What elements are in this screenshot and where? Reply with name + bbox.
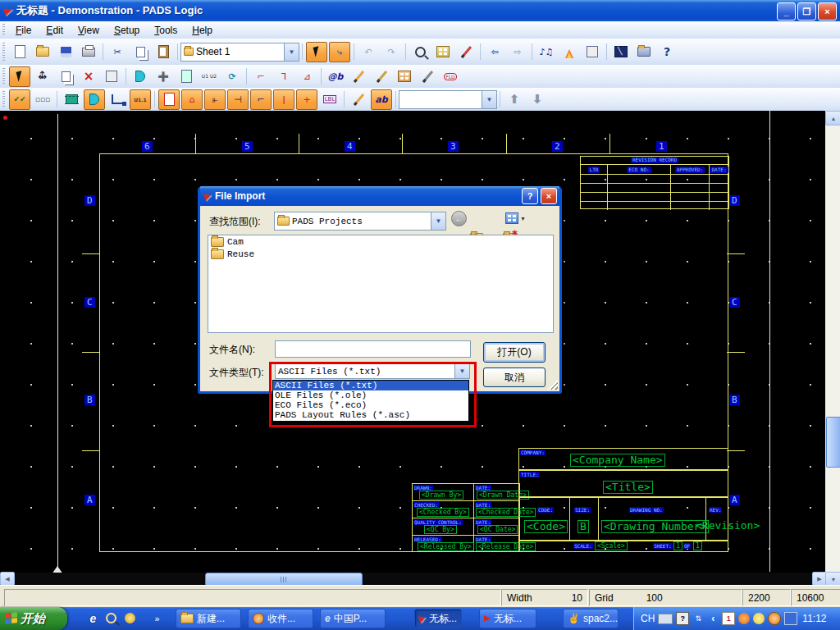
add-junction-button[interactable]: +: [296, 89, 317, 110]
file-list[interactable]: Cam Reuse: [208, 235, 554, 333]
paste-button[interactable]: [153, 42, 174, 62]
netlist-button[interactable]: ♪♫: [536, 42, 557, 62]
taskbar-button-browser[interactable]: e 中国P...: [320, 609, 386, 628]
duplicate-button[interactable]: [55, 66, 76, 87]
collapse-tray-chevron[interactable]: ‹: [707, 613, 719, 624]
dialog-close-button[interactable]: ×: [541, 188, 557, 204]
previous-sheet-button[interactable]: ⇦: [484, 42, 505, 62]
ime-toolbar-icon[interactable]: ⇅: [692, 613, 704, 624]
route-mode-button[interactable]: ⤷: [329, 42, 350, 62]
rename-net-button[interactable]: [371, 66, 392, 87]
menu-setup[interactable]: Setup: [107, 23, 147, 38]
start-button[interactable]: 开始: [0, 607, 67, 630]
selection-filter-button[interactable]: [306, 42, 327, 62]
ime-help-icon[interactable]: ?: [676, 612, 689, 625]
back-button[interactable]: ←: [451, 211, 467, 226]
add-offpage-button[interactable]: ⌂: [181, 89, 203, 110]
add-part-ic-button[interactable]: [61, 89, 82, 110]
properties-button-2[interactable]: [101, 66, 122, 87]
add-text-button[interactable]: ab: [371, 89, 392, 110]
dropdown-option-pads-layout-rules[interactable]: PADS Layout Rules (*.asc): [273, 410, 468, 420]
scroll-left-button[interactable]: ◀: [0, 572, 15, 586]
file-type-combobox[interactable]: ASCII Files (*.txt): [275, 363, 470, 379]
add-wire-button[interactable]: [107, 89, 128, 110]
horizontal-scrollbar-track[interactable]: [0, 573, 825, 585]
smiley-tray-icon[interactable]: [753, 613, 765, 624]
edit-text-button[interactable]: [348, 89, 369, 110]
menu-tools[interactable]: Tools: [147, 23, 185, 38]
orange-ball-tray-icon[interactable]: [738, 613, 750, 624]
chevron-down-icon[interactable]: [454, 364, 469, 378]
delete-button[interactable]: ×: [78, 66, 99, 87]
move-connection-button[interactable]: ⊿: [296, 66, 317, 87]
dialog-help-button[interactable]: ?: [522, 188, 538, 204]
scroll-up-button[interactable]: ▲: [825, 111, 840, 126]
chevron-down-icon[interactable]: [482, 91, 496, 108]
add-label-button[interactable]: LBL: [319, 89, 340, 110]
library-button[interactable]: [633, 42, 655, 62]
menu-edit[interactable]: Edit: [39, 23, 71, 38]
chevron-down-icon[interactable]: [284, 43, 299, 61]
board-view-button[interactable]: [432, 42, 454, 62]
cut-button[interactable]: ✂: [107, 42, 128, 62]
vertical-scrollbar-thumb[interactable]: [826, 417, 840, 468]
add-tee-button[interactable]: ǀ: [273, 89, 294, 110]
quick-launch-overflow-chevron[interactable]: »: [150, 611, 164, 625]
menu-help[interactable]: Help: [185, 23, 220, 38]
taskbar-button-spac2[interactable]: ✌ spac2...: [563, 609, 619, 628]
text-search-button[interactable]: [394, 66, 415, 87]
quick-launch-search-icon[interactable]: [104, 611, 118, 625]
keyboard-icon[interactable]: [658, 614, 673, 624]
redraw-button[interactable]: [455, 42, 477, 62]
dialog-titlebar[interactable]: File Import ? ×: [200, 186, 559, 206]
clock-tray-icon[interactable]: [768, 612, 781, 625]
toolbar-gripper[interactable]: [2, 43, 5, 61]
add-part-button[interactable]: [130, 66, 151, 87]
split-connection-button[interactable]: ⅂: [273, 66, 294, 87]
network-tray-icon[interactable]: [784, 612, 797, 625]
look-in-combobox[interactable]: PADS Projects: [274, 212, 446, 231]
chevron-down-icon[interactable]: [431, 212, 445, 230]
select-gates-button[interactable]: ✔✔: [9, 89, 30, 110]
move-down-button[interactable]: ⬇: [527, 89, 548, 110]
menu-file[interactable]: File: [8, 23, 39, 38]
file-name-input[interactable]: [275, 340, 471, 358]
taskbar-button-pads-1[interactable]: 无标...: [414, 609, 462, 628]
schematic-canvas[interactable]: 6 5 4 3 2 1 D C B A D C B A REVISION REC…: [0, 111, 840, 585]
select-button[interactable]: [9, 66, 30, 87]
measure-button[interactable]: [417, 66, 438, 87]
wire-corner-button[interactable]: ⌐: [250, 89, 272, 110]
pin-numbering-button[interactable]: U1.1: [130, 89, 151, 110]
dropdown-option-eco[interactable]: ECO Files (*.eco): [273, 400, 468, 410]
add-sheet-button[interactable]: [176, 66, 197, 87]
properties-button[interactable]: [582, 42, 603, 62]
vertical-scrollbar-track[interactable]: [825, 111, 840, 585]
add-connection-button[interactable]: ⌐: [250, 66, 272, 87]
open-button[interactable]: 打开(O): [483, 342, 546, 363]
folder-item-reuse[interactable]: Reuse: [208, 248, 553, 260]
paste-part-button[interactable]: ➕: [153, 66, 174, 87]
bus-terminal-button[interactable]: ⊣: [227, 89, 249, 110]
ime-language-indicator[interactable]: CH: [641, 613, 655, 624]
folder-item-cam[interactable]: Cam: [208, 235, 553, 248]
move-button[interactable]: [32, 66, 53, 87]
next-sheet-button[interactable]: ⇨: [507, 42, 528, 62]
add-bus-button[interactable]: @b: [325, 66, 346, 87]
dropdown-option-ole[interactable]: OLE Files (*.ole): [273, 390, 468, 400]
new-document-button[interactable]: [9, 42, 30, 62]
sheet-selector-combobox[interactable]: Sheet 1: [180, 43, 299, 62]
select-parts-button[interactable]: ▫▫▫: [32, 89, 53, 110]
dropdown-option-ascii[interactable]: ASCII Files (*.txt): [273, 381, 468, 390]
close-button[interactable]: ×: [818, 2, 837, 21]
add-gate-button[interactable]: [84, 89, 105, 110]
swap-gates-button[interactable]: U1 U2: [199, 66, 220, 87]
toolbar-gripper[interactable]: [2, 91, 5, 107]
taskbar-button-inbox[interactable]: 收件...: [248, 609, 313, 628]
help-button[interactable]: ?: [656, 42, 678, 62]
restore-button[interactable]: ❐: [797, 2, 816, 21]
move-up-button[interactable]: ⬆: [504, 89, 525, 110]
dialog-resize-grip[interactable]: [548, 380, 558, 390]
quick-launch-ie-icon[interactable]: e: [86, 611, 100, 625]
print-button[interactable]: [78, 42, 99, 62]
erc-button[interactable]: [559, 42, 580, 62]
